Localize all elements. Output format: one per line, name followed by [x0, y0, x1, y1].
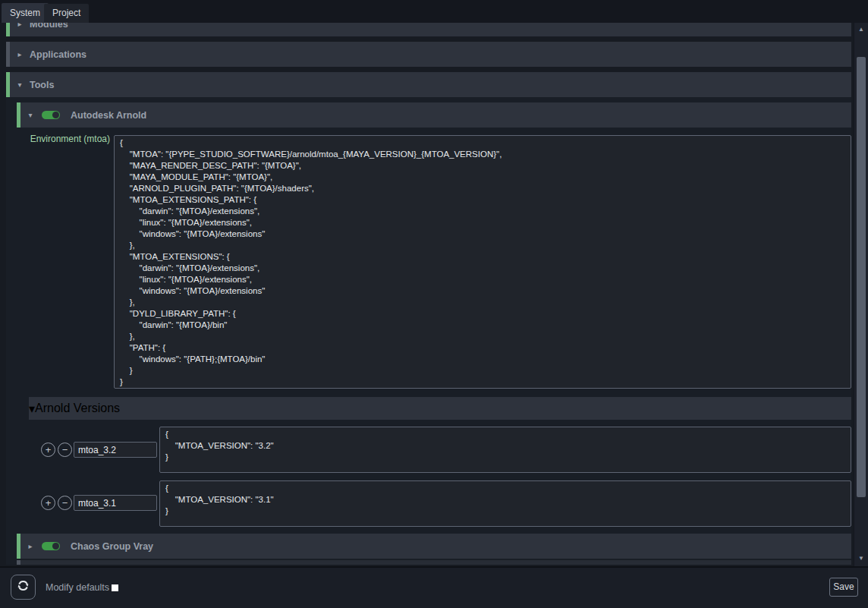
version-key-input[interactable]: [74, 442, 157, 458]
save-button[interactable]: Save: [829, 578, 858, 597]
section-header-modules[interactable]: ▸ Modules: [6, 23, 851, 36]
environment-mtoa-json-editor[interactable]: { "MTOA": "{PYPE_STUDIO_SOFTWARE}/arnold…: [114, 135, 851, 389]
section-header-clipped[interactable]: [17, 560, 851, 565]
scrollbar-up-icon[interactable]: ▲: [854, 24, 868, 35]
version-json-editor[interactable]: { "MTOA_VERSION": "3.2" }: [159, 427, 851, 473]
scrollbar-down-icon[interactable]: ▼: [854, 553, 868, 564]
section-title: Chaos Group Vray: [71, 541, 153, 552]
section-title: Applications: [30, 49, 86, 60]
expanded-arrow-icon: ▾: [10, 80, 30, 89]
section-header-applications[interactable]: ▸ Applications: [6, 42, 851, 67]
settings-window: System Project ▸ Modules ▸ Applications …: [0, 0, 868, 608]
refresh-icon: [16, 578, 30, 596]
footer-bar: Modify defaults Save: [0, 566, 868, 608]
tab-bar: System Project: [0, 0, 868, 23]
toggle-knob-icon: [52, 112, 59, 118]
arnold-enabled-toggle[interactable]: [42, 111, 60, 119]
collapsed-arrow-icon: ▸: [10, 23, 30, 28]
version-json-editor[interactable]: { "MTOA_VERSION": "3.1" }: [159, 480, 851, 527]
expanded-arrow-icon: ▾: [20, 111, 40, 119]
section-header-tools[interactable]: ▾ Tools: [6, 72, 851, 97]
expanded-arrow-icon: ▾: [29, 402, 35, 416]
toggle-knob-icon: [52, 543, 59, 550]
scrollbar-thumb[interactable]: [857, 57, 866, 497]
add-version-button[interactable]: +: [41, 443, 55, 457]
version-key-input[interactable]: [74, 495, 157, 511]
section-title: Arnold Versions: [35, 402, 120, 415]
remove-version-button[interactable]: −: [58, 443, 72, 457]
vertical-scrollbar[interactable]: ▲ ▼: [854, 23, 868, 566]
section-header-arnold-versions[interactable]: ▾ Arnold Versions: [29, 397, 851, 420]
remove-version-button[interactable]: −: [58, 496, 72, 510]
collapsed-arrow-icon: ▸: [10, 50, 30, 58]
section-title: Tools: [30, 80, 54, 90]
environment-mtoa-label: Environment (mtoa): [0, 134, 110, 146]
collapsed-arrow-icon: ▸: [20, 542, 40, 550]
section-header-chaos-group-vray[interactable]: ▸ Chaos Group Vray: [17, 534, 851, 559]
modify-defaults-checkbox[interactable]: [112, 584, 118, 591]
tab-project[interactable]: Project: [44, 4, 89, 23]
section-title: Autodesk Arnold: [71, 110, 146, 121]
modify-defaults-label: Modify defaults: [46, 582, 109, 593]
vray-enabled-toggle[interactable]: [42, 542, 60, 550]
add-version-button[interactable]: +: [41, 496, 55, 510]
refresh-button[interactable]: [11, 575, 36, 600]
section-title: Modules: [30, 23, 68, 30]
tab-system[interactable]: System: [2, 3, 49, 23]
section-header-autodesk-arnold[interactable]: ▾ Autodesk Arnold: [17, 102, 851, 128]
settings-content: ▸ Modules ▸ Applications ▾ Tools ▾ Autod…: [0, 23, 854, 566]
